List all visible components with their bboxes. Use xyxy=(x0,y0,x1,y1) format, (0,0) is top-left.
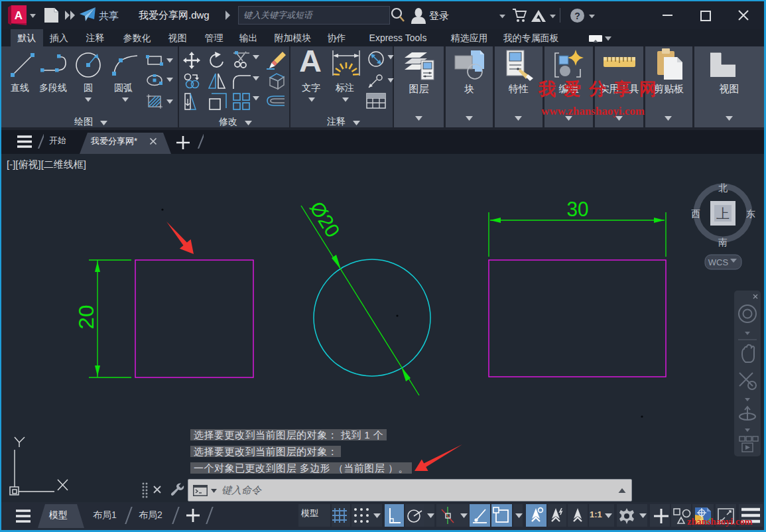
svg-text:A: A xyxy=(15,9,23,22)
svg-text:?: ? xyxy=(574,11,580,21)
svg-text:西: 西 xyxy=(691,208,700,219)
svg-text:南: 南 xyxy=(718,237,728,247)
svg-text:上: 上 xyxy=(716,206,730,221)
svg-text:20: 20 xyxy=(74,305,98,330)
svg-text:WCS: WCS xyxy=(708,257,729,267)
svg-text:Ø20: Ø20 xyxy=(306,198,344,241)
svg-text:北: 北 xyxy=(718,183,728,193)
svg-text:30: 30 xyxy=(567,197,589,221)
svg-text:东: 东 xyxy=(746,208,755,219)
